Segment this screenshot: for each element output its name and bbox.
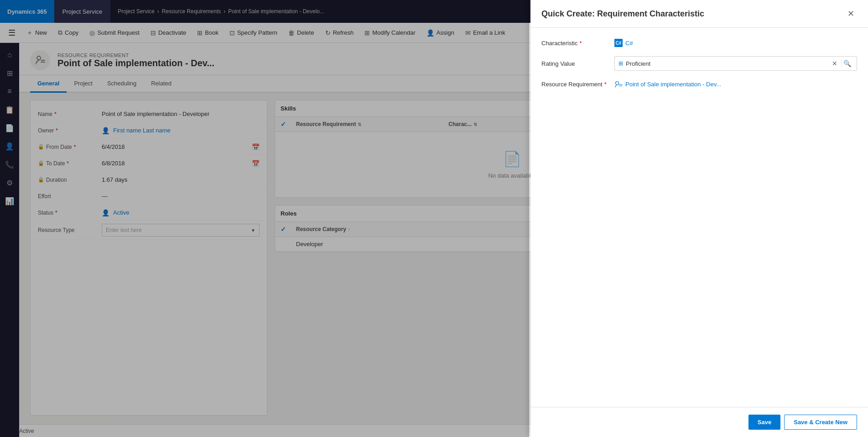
rating-search-icon[interactable]: 🔍 [841, 60, 853, 67]
characteristic-icon-box: C# [614, 39, 623, 47]
qc-footer: Save Save & Create New [530, 407, 868, 437]
qc-resource-req-required: * [604, 81, 607, 88]
qc-resource-req-value[interactable]: Point of Sale implementation - Dev... [614, 80, 857, 88]
save-button[interactable]: Save [748, 415, 780, 430]
overlay-dim [0, 0, 529, 437]
qc-body: Characteristic * C# C# Rating Value ⊞ Pr… [530, 28, 868, 407]
qc-rating-lookup-content: ⊞ Proficient [619, 60, 830, 67]
qc-rating-row: Rating Value ⊞ Proficient ✕ 🔍 [541, 56, 857, 71]
qc-characteristic-label: Characteristic * [541, 40, 614, 47]
qc-characteristic-value[interactable]: C# C# [614, 39, 857, 47]
characteristic-value-text: C# [625, 40, 633, 47]
rating-lookup-text: Proficient [626, 60, 650, 67]
qc-characteristic-row: Characteristic * C# C# [541, 39, 857, 47]
save-create-new-button[interactable]: Save & Create New [784, 415, 857, 430]
qc-characteristic-required: * [579, 40, 582, 47]
qc-close-button[interactable]: ✕ [844, 7, 857, 20]
qc-title: Quick Create: Requirement Characteristic [541, 9, 704, 19]
qc-resource-req-label: Resource Requirement * [541, 81, 614, 88]
quick-create-panel: Quick Create: Requirement Characteristic… [530, 0, 868, 437]
qc-rating-lookup[interactable]: ⊞ Proficient ✕ 🔍 [614, 56, 857, 71]
resource-req-link[interactable]: Point of Sale implementation - Dev... [625, 81, 721, 88]
qc-header: Quick Create: Requirement Characteristic… [530, 0, 868, 28]
qc-resource-req-row: Resource Requirement * Point of Sale imp… [541, 80, 857, 88]
rating-lookup-icon: ⊞ [619, 60, 623, 67]
svg-point-3 [616, 82, 619, 85]
qc-rating-label: Rating Value [541, 60, 614, 67]
rating-clear-icon[interactable]: ✕ [830, 60, 839, 67]
resource-req-icon [614, 80, 623, 88]
